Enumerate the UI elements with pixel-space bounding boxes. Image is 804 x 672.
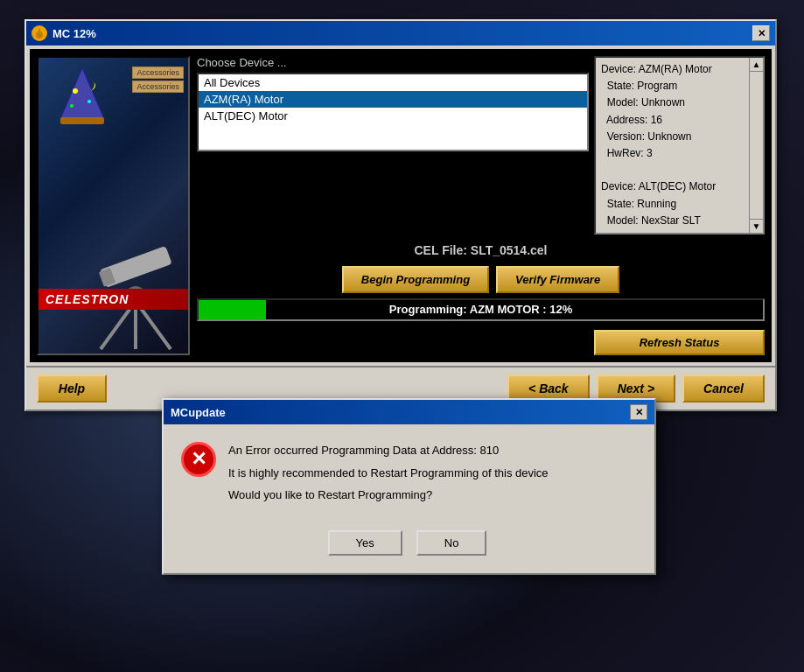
error-circle: ✕: [181, 442, 216, 477]
device-item-azm[interactable]: AZM(RA) Motor: [199, 91, 587, 108]
mc-title-icon: [31, 25, 47, 41]
refresh-section: Refresh Status: [197, 326, 765, 355]
status-panel: Device: AZM(RA) Motor State: Program Mod…: [594, 56, 765, 234]
main-panel: Choose Device ... All Devices AZM(RA) Mo…: [197, 56, 765, 355]
error-line1: An Error occurred Programming Data at Ad…: [228, 442, 549, 459]
mcupdate-dialog: MCupdate ✕ ✕ An Error occurred Programmi…: [162, 398, 656, 575]
mc-title-text: MC 12%: [52, 27, 752, 40]
device-item-alt[interactable]: ALT(DEC) Motor: [199, 108, 587, 124]
svg-point-23: [73, 88, 78, 94]
error-line2: It is highly recommended to Restart Prog…: [228, 465, 549, 482]
error-line3: Would you like to Restart Programming?: [228, 486, 549, 504]
svg-marker-21: [60, 68, 104, 119]
help-button[interactable]: Help: [37, 374, 107, 402]
device-item-all[interactable]: All Devices: [199, 74, 587, 91]
progress-label: Programming: AZM MOTOR : 12%: [199, 303, 763, 316]
status-scrollbar[interactable]: ▲ ▼: [749, 58, 763, 233]
mc-main-window: MC 12% ✕ Accessories Accessories: [24, 19, 777, 411]
choose-device-label: Choose Device ...: [197, 56, 589, 69]
dialog-buttons: Yes No: [181, 523, 633, 559]
svg-rect-22: [60, 117, 104, 124]
dialog-error-text: An Error occurred Programming Data at Ad…: [228, 442, 549, 509]
celestron-banner: CELESTRON: [38, 289, 188, 310]
info-tag-2: Accessories: [132, 80, 184, 93]
device-listbox[interactable]: All Devices AZM(RA) Motor ALT(DEC) Motor: [197, 73, 589, 151]
mc-titlebar: MC 12% ✕: [26, 21, 775, 46]
svg-point-19: [36, 32, 43, 38]
mc-close-button[interactable]: ✕: [752, 25, 770, 41]
dialog-body: ✕ An Error occurred Programming Data at …: [164, 424, 654, 573]
wizard-hat-icon: [56, 66, 108, 128]
info-tag-1: Accessories: [132, 66, 184, 79]
cel-file-label: CEL File: SLT_0514.cel: [197, 240, 765, 261]
programming-buttons: Begin Programming Verify Firmware: [197, 266, 765, 293]
device-list-panel: Choose Device ... All Devices AZM(RA) Mo…: [197, 56, 589, 234]
device-section: Choose Device ... All Devices AZM(RA) Mo…: [197, 56, 765, 234]
error-x-symbol: ✕: [191, 448, 206, 471]
refresh-status-button[interactable]: Refresh Status: [594, 330, 765, 355]
info-tags: Accessories Accessories: [132, 66, 184, 93]
mc-content-area: Accessories Accessories: [30, 49, 772, 362]
dialog-title: MCupdate: [171, 406, 630, 419]
dialog-close-button[interactable]: ✕: [630, 404, 647, 420]
svg-marker-20: [38, 28, 41, 32]
progress-bar-container: Programming: AZM MOTOR : 12%: [197, 298, 765, 321]
svg-point-25: [70, 104, 73, 108]
no-button[interactable]: No: [416, 530, 487, 556]
error-icon: ✕: [181, 442, 216, 477]
dialog-content-row: ✕ An Error occurred Programming Data at …: [181, 442, 633, 509]
verify-firmware-button[interactable]: Verify Firmware: [496, 266, 619, 293]
svg-point-24: [87, 100, 91, 103]
status-text: Device: AZM(RA) Motor State: Program Mod…: [601, 61, 758, 229]
cancel-button[interactable]: Cancel: [682, 374, 765, 402]
celestron-image-panel: Accessories Accessories: [37, 56, 190, 355]
yes-button[interactable]: Yes: [328, 530, 402, 556]
dialog-titlebar: MCupdate ✕: [164, 400, 654, 424]
begin-programming-button[interactable]: Begin Programming: [342, 266, 489, 293]
telescope-icon: [83, 196, 188, 354]
